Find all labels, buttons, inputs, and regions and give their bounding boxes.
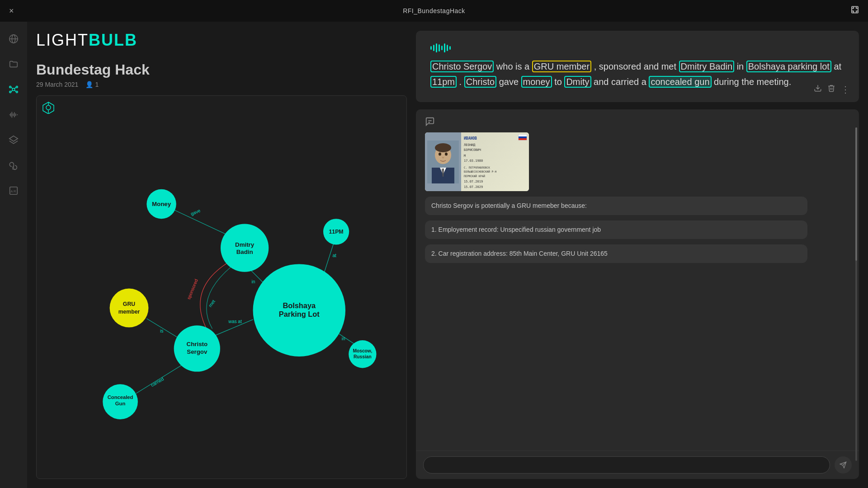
sidebar-item-globe[interactable] (5, 31, 22, 47)
svg-point-75 (439, 152, 441, 155)
extracted-text: Christo Sergov who is a GRU member , spo… (430, 59, 844, 89)
right-panel: Christo Sergov who is a GRU member , spo… (416, 31, 859, 479)
case-title: Bundestag Hack (36, 61, 407, 78)
titlebar: × RFI_BundestagHack (0, 0, 868, 22)
scrollbar[interactable] (855, 127, 857, 461)
svg-text:Bolshaya: Bolshaya (283, 301, 316, 310)
sidebar-item-folder[interactable] (5, 56, 22, 72)
graph-header-icon (42, 101, 55, 116)
chat-icon (425, 117, 435, 129)
sidebar-item-graph[interactable] (5, 81, 22, 98)
audio-waveform-icon (430, 43, 844, 52)
sidebar-item-text[interactable]: A R (5, 183, 22, 199)
entity-11pm: 11pm (430, 76, 457, 88)
download-button[interactable] (814, 84, 822, 95)
svg-text:was at: was at (228, 319, 242, 324)
svg-text:in: in (342, 336, 345, 341)
logo-light-text: LIGHT (36, 31, 89, 49)
entity-concealed-gun: concealed gun (649, 76, 711, 88)
sidebar-item-audio[interactable] (5, 107, 22, 123)
text-who-is-a: who is a (496, 61, 532, 71)
close-button[interactable]: × (9, 6, 14, 16)
users-count: 1 (95, 81, 99, 88)
svg-text:GRU: GRU (123, 301, 135, 307)
expand-button[interactable] (851, 6, 859, 16)
text-and-carried: and carried a (594, 77, 649, 87)
svg-point-76 (445, 152, 448, 155)
entity-gru-member: GRU member (532, 61, 591, 72)
svg-marker-20 (9, 136, 18, 141)
text-card: Christo Sergov who is a GRU member , spo… (416, 31, 859, 102)
chat-input-area (416, 450, 859, 479)
main-content: LIGHTBULB Bundestag Hack 29 March 2021 👤… (27, 22, 868, 488)
svg-text:sponsored: sponsored (186, 278, 199, 300)
send-button[interactable] (835, 456, 852, 474)
svg-text:gave: gave (190, 208, 201, 216)
chat-bubble-1: Christo Sergov is potentially a GRU meme… (425, 197, 807, 215)
svg-text:Money: Money (152, 201, 171, 207)
text-to: to (554, 77, 564, 87)
entity-christo-sergov: Christo Sergov (430, 61, 494, 72)
sidebar: A R (0, 22, 27, 488)
svg-line-35 (146, 319, 182, 340)
svg-text:Badin: Badin (236, 249, 253, 255)
svg-point-6 (16, 86, 18, 88)
more-options-button[interactable]: ⋮ (841, 84, 850, 95)
id-details: ИВАНОВ ЛЕОНИД БОРИСОВИЧ М 17.03.1980 С. … (461, 132, 529, 191)
svg-text:carried: carried (150, 376, 165, 388)
svg-text:is: is (160, 328, 163, 333)
logo-bold-text: BULB (89, 31, 137, 49)
svg-point-56 (110, 289, 149, 328)
scroll-thumb (855, 127, 857, 261)
users-icon: 👤 (85, 81, 93, 88)
text-in: in (737, 61, 746, 71)
svg-text:Moscow,: Moscow, (353, 348, 372, 353)
svg-line-11 (11, 90, 13, 92)
svg-point-24 (46, 105, 51, 110)
svg-text:Christo: Christo (187, 341, 208, 347)
svg-point-7 (9, 91, 11, 93)
svg-text:Russian: Russian (354, 354, 372, 359)
chat-card: ИВАНОВ ЛЕОНИД БОРИСОВИЧ М 17.03.1980 С. … (416, 109, 859, 479)
case-header: Bundestag Hack 29 March 2021 👤 1 (36, 61, 407, 88)
svg-point-45 (221, 224, 269, 272)
text-period: . (459, 77, 464, 87)
id-photo (425, 132, 461, 191)
svg-text:met: met (208, 299, 216, 308)
text-card-actions: ⋮ (814, 84, 850, 95)
text-during: during the meeting. (714, 77, 791, 87)
entity-christo2: Christo (464, 76, 496, 88)
entity-bolshaya: Bolshaya parking lot (746, 61, 831, 72)
entity-dmity: Dmity (564, 76, 591, 88)
left-panel: LIGHTBULB Bundestag Hack 29 March 2021 👤… (36, 31, 407, 479)
svg-point-70 (435, 143, 451, 152)
text-at: at (834, 61, 841, 71)
svg-text:in: in (251, 279, 255, 284)
svg-text:member: member (118, 309, 140, 315)
russian-flag (518, 134, 527, 141)
text-sponsored: , sponsored and met (594, 61, 679, 71)
chat-header (416, 109, 859, 132)
sidebar-item-bulb[interactable] (5, 157, 22, 174)
svg-text:Dmitry: Dmitry (235, 241, 255, 248)
svg-line-10 (14, 87, 16, 89)
svg-text:A R: A R (11, 189, 16, 193)
id-card-image: ИВАНОВ ЛЕОНИД БОРИСОВИЧ М 17.03.1980 С. … (425, 132, 529, 191)
svg-rect-0 (852, 7, 858, 13)
text-gave: gave (499, 77, 521, 87)
window-title: RFI_BundestagHack (403, 7, 465, 14)
entity-money: money (521, 76, 552, 88)
case-meta: 29 March 2021 👤 1 (36, 81, 407, 88)
svg-point-5 (9, 86, 11, 88)
svg-point-8 (16, 91, 18, 93)
chat-bubble-2: 1. Employement record: Unspecified russi… (425, 221, 807, 239)
svg-line-12 (14, 90, 16, 92)
delete-button[interactable] (827, 84, 835, 95)
svg-line-9 (11, 87, 13, 89)
graph-area[interactable]: gave in at in is was at sponsored (36, 95, 407, 479)
sidebar-item-layers[interactable] (5, 132, 22, 148)
chat-body: ИВАНОВ ЛЕОНИД БОРИСОВИЧ М 17.03.1980 С. … (416, 132, 859, 450)
chat-input[interactable] (423, 456, 830, 474)
svg-text:at: at (332, 253, 336, 258)
logo: LIGHTBULB (36, 31, 407, 50)
